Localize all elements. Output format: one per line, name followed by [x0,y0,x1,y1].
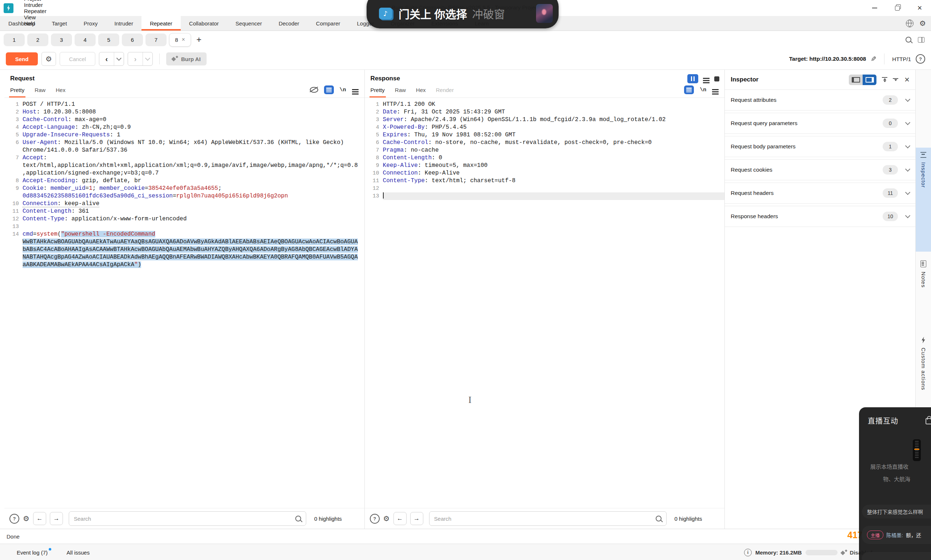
help-icon[interactable]: ? [370,514,380,524]
live-panel-title: 直播互动 [868,415,898,426]
cancel-button[interactable]: Cancel [60,52,95,66]
tab-comparer[interactable]: Comparer [308,16,349,31]
live-hint: 展示本场直播收 [870,463,908,470]
menu-view[interactable]: View [19,14,51,20]
response-subtabs: PrettyRawHexRender\n [365,82,725,98]
tab-decoder[interactable]: Decoder [270,16,308,31]
repeater-tab-1[interactable]: 1 [4,34,25,46]
send-settings-button[interactable]: ⚙ [42,52,56,66]
next-match-button[interactable]: → [50,512,63,525]
menu-help[interactable]: Help [19,20,51,26]
search-settings-icon[interactable]: ⚙ [23,514,29,523]
restore-button[interactable] [886,0,908,16]
tab-proxy[interactable]: Proxy [75,16,106,31]
help-icon[interactable] [916,54,925,64]
repeater-tab-7[interactable]: 7 [145,34,166,46]
prettify-icon[interactable] [684,85,694,94]
repeater-tab-4[interactable]: 4 [75,34,95,46]
forward-dropdown[interactable] [143,52,152,65]
editor-menu-icon[interactable] [712,89,719,90]
response-panel: Response PrettyRawHexRender\n 1HTTP/1.1 … [365,70,725,529]
tab-sequencer[interactable]: Sequencer [227,16,271,31]
forward-button[interactable]: › [128,52,143,65]
single-layout-icon[interactable] [714,76,719,82]
tab-repeater[interactable]: Repeater [142,16,181,31]
tab-intruder[interactable]: Intruder [106,16,142,31]
repeater-tab-5[interactable]: 5 [98,34,119,46]
back-dropdown[interactable] [114,52,124,65]
http-version[interactable]: HTTP/1 [892,56,911,62]
sidebar-tab-inspector[interactable]: Inspector [916,148,931,252]
prev-match-button[interactable]: ← [394,512,406,525]
tab-collaborator[interactable]: Collaborator [181,16,227,31]
layout-icon[interactable] [918,37,925,43]
hide-nonprintable-icon[interactable] [310,87,318,93]
search-input[interactable] [429,511,666,526]
editor-line: 5Upgrade-Insecure-Requests: 1 [5,131,365,139]
chevron-down-icon[interactable] [905,143,910,148]
close-tab-icon[interactable]: × [182,36,185,43]
collapse-all-icon[interactable] [893,78,898,81]
subtab-pretty[interactable]: Pretty [10,82,25,97]
minimize-button[interactable] [863,0,886,16]
help-icon[interactable]: ? [9,514,19,524]
inspector-layout-right-toggle[interactable] [863,75,876,85]
send-button[interactable]: Send [6,52,38,65]
inspector-layout-left-toggle[interactable] [849,75,863,85]
inspector-section-request-headers[interactable]: Request headers11 [725,183,916,204]
inspector-section-response-headers[interactable]: Response headers10 [725,206,916,227]
subtab-render[interactable]: Render [436,82,454,97]
globe-icon[interactable] [906,20,914,27]
burp-ai-button[interactable]: Burp AI [166,52,206,65]
subtab-raw[interactable]: Raw [35,82,45,97]
search-icon[interactable] [906,37,911,43]
close-inspector-icon[interactable]: × [905,75,909,85]
volume-slider[interactable] [913,439,921,461]
newline-icon[interactable]: \n [700,87,706,93]
inspector-section-request-body-parameters[interactable]: Request body parameters1 [725,136,916,157]
prettify-icon[interactable] [324,85,334,94]
gear-icon: ⚙ [45,55,52,63]
next-match-button[interactable]: → [410,512,423,525]
subtab-pretty[interactable]: Pretty [371,82,385,97]
all-issues-button[interactable]: All issues [66,549,89,555]
repeater-tab-row: 12345678× + [0,31,931,48]
count-badge: 1 [883,142,898,151]
highlights-count: 0 highlights [675,515,702,522]
sidebar-tab-notes[interactable]: Notes [916,256,931,311]
chevron-down-icon[interactable] [905,213,910,218]
back-button[interactable]: ‹ [99,52,114,65]
subtab-hex[interactable]: Hex [416,82,426,97]
newline-icon[interactable]: \n [340,87,346,93]
editor-line: 4Accept-Language: zh-CN,zh;q=0.9 [5,124,365,131]
settings-gear-icon[interactable]: ⚙ [919,19,926,28]
repeater-tab-2[interactable]: 2 [27,34,48,46]
prev-match-button[interactable]: ← [33,512,46,525]
chevron-down-icon[interactable] [905,166,910,172]
close-button[interactable]: × [908,0,931,16]
repeater-tab-3[interactable]: 3 [51,34,72,46]
request-editor[interactable]: 1POST / HTTP/1.12Host: 10.20.30.5:80083C… [5,98,365,508]
repeater-tab-6[interactable]: 6 [122,34,143,46]
rows-layout-icon[interactable] [703,78,709,79]
add-tab-button[interactable]: + [196,35,202,45]
edit-target-pencil-icon[interactable]: ✎ [871,55,876,63]
search-settings-icon[interactable]: ⚙ [383,514,390,523]
subtab-raw[interactable]: Raw [395,82,406,97]
event-log-button[interactable]: Event log (7) [17,549,48,555]
sidebar-tab-custom-actions[interactable]: Custom actions [916,332,931,409]
expand-all-icon[interactable] [882,77,887,82]
response-editor[interactable]: 1HTTP/1.1 200 OK2Date: Fri, 31 Oct 2025 … [365,98,725,508]
inspector-section-request-attributes[interactable]: Request attributes2 [725,89,916,111]
editor-menu-icon[interactable] [352,89,359,90]
response-title: Response [371,75,400,82]
chevron-down-icon[interactable] [905,97,910,102]
inspector-section-request-cookies[interactable]: Request cookies3 [725,159,916,180]
search-input[interactable] [69,511,306,526]
chevron-down-icon[interactable] [905,190,910,195]
chevron-down-icon[interactable] [905,120,910,125]
repeater-tab-8[interactable]: 8× [169,33,191,46]
pause-button[interactable] [687,74,698,83]
inspector-section-request-query-parameters[interactable]: Request query parameters0 [725,113,916,134]
subtab-hex[interactable]: Hex [55,82,65,97]
